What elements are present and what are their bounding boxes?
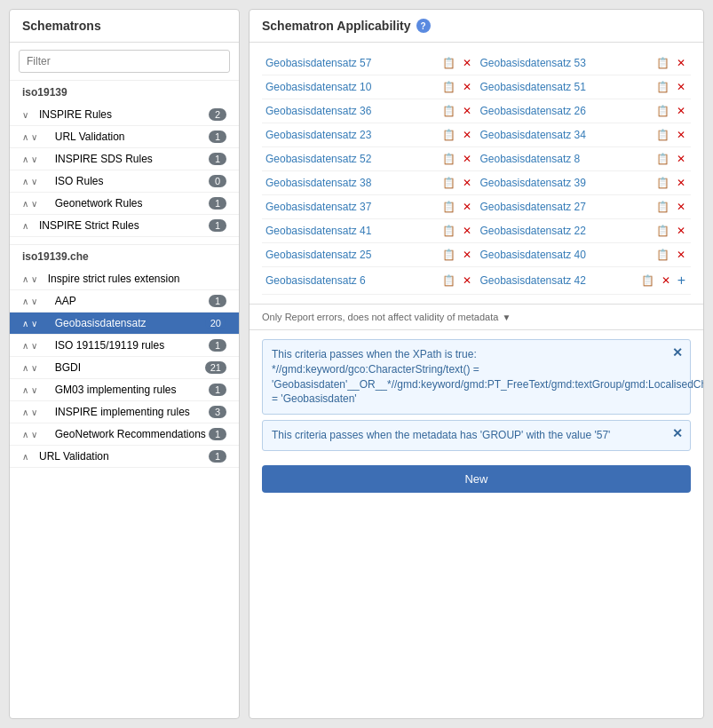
record-link[interactable]: Geobasisdatensatz 42	[480, 274, 636, 287]
sidebar-item-gm03-impl[interactable]: ∧ ∨ GM03 implementing rules 1	[10, 379, 239, 401]
remove-icon[interactable]: ✕	[675, 200, 687, 214]
sidebar-item-geobasisdatensatz[interactable]: ∧ ∨ Geobasisdatensatz 20	[10, 313, 239, 335]
sidebar-item-label: INSPIRE Rules	[39, 108, 209, 121]
remove-icon[interactable]: ✕	[675, 104, 687, 118]
copy-icon[interactable]: 📋	[440, 56, 457, 70]
record-link[interactable]: Geobasisdatensatz 37	[265, 201, 437, 213]
sidebar-item-geonetwork-rec[interactable]: ∧ ∨ GeoNetwork Recommendations 1	[10, 423, 239, 446]
remove-icon[interactable]: ✕	[461, 128, 473, 142]
record-link[interactable]: Geobasisdatensatz 22	[480, 225, 652, 237]
chevron-icon: ∧	[22, 221, 28, 231]
copy-icon[interactable]: 📋	[440, 152, 457, 166]
record-link[interactable]: Geobasisdatensatz 53	[480, 57, 652, 69]
copy-icon[interactable]: 📋	[440, 128, 457, 142]
footer-text: Only Report errors, does not affect vali…	[262, 312, 498, 322]
applicability-footer: Only Report errors, does not affect vali…	[250, 305, 703, 330]
copy-icon[interactable]: 📋	[654, 152, 671, 166]
remove-icon[interactable]: ✕	[660, 272, 672, 289]
record-link[interactable]: Geobasisdatensatz 23	[265, 129, 437, 141]
remove-icon[interactable]: ✕	[461, 104, 473, 118]
applicability-title-text: Schematron Applicability	[262, 19, 411, 33]
sidebar-item-url-val-che[interactable]: ∧ URL Validation 1	[10, 446, 239, 468]
caret-down-icon[interactable]: ▼	[502, 313, 511, 322]
record-link[interactable]: Geobasisdatensatz 25	[265, 249, 437, 261]
sidebar-item-inspire-sds-rules[interactable]: ∧ ∨ INSPIRE SDS Rules 1	[10, 148, 239, 170]
criteria-close-button[interactable]: ✕	[672, 345, 683, 360]
copy-icon[interactable]: 📋	[654, 80, 671, 94]
sidebar-item-url-validation[interactable]: ∧ ∨ URL Validation 1	[10, 126, 239, 148]
sidebar-item-label: Geobasisdatensatz	[55, 317, 205, 329]
badge: 21	[205, 361, 226, 374]
copy-icon[interactable]: 📋	[654, 200, 671, 214]
copy-icon[interactable]: 📋	[654, 56, 671, 70]
remove-icon[interactable]: ✕	[461, 224, 473, 238]
remove-icon[interactable]: ✕	[461, 152, 473, 166]
copy-icon[interactable]: 📋	[440, 104, 457, 118]
help-icon[interactable]: ?	[416, 19, 431, 33]
record-link[interactable]: Geobasisdatensatz 27	[480, 201, 652, 213]
list-item: Geobasisdatensatz 37 📋 ✕	[262, 195, 477, 219]
copy-icon[interactable]: 📋	[654, 224, 671, 238]
remove-icon[interactable]: ✕	[461, 248, 473, 262]
remove-icon[interactable]: ✕	[461, 176, 473, 190]
record-link[interactable]: Geobasisdatensatz 57	[265, 57, 437, 69]
badge: 1	[209, 131, 226, 143]
list-item: Geobasisdatensatz 10 📋 ✕	[262, 75, 477, 99]
copy-icon[interactable]: 📋	[654, 104, 671, 118]
remove-icon[interactable]: ✕	[461, 200, 473, 214]
criteria-close-button[interactable]: ✕	[672, 426, 683, 440]
remove-icon[interactable]: ✕	[461, 80, 473, 94]
chevron-icon: ∧ ∨	[22, 154, 37, 164]
remove-icon[interactable]: ✕	[675, 152, 687, 166]
chevron-icon: ∧	[22, 452, 28, 462]
remove-icon[interactable]: ✕	[461, 56, 473, 70]
sidebar-item-aap[interactable]: ∧ ∨ AAP 1	[10, 290, 239, 313]
chevron-icon: ∧ ∨	[22, 297, 37, 306]
remove-icon[interactable]: ✕	[675, 248, 687, 262]
record-link[interactable]: Geobasisdatensatz 36	[265, 105, 437, 117]
new-button[interactable]: New	[262, 465, 691, 493]
sidebar-item-iso-rules[interactable]: ∧ ∨ ISO Rules 0	[10, 170, 239, 193]
filter-input[interactable]	[19, 50, 230, 73]
record-link[interactable]: Geobasisdatensatz 38	[265, 177, 437, 189]
sidebar-item-iso-19115[interactable]: ∧ ∨ ISO 19115/19119 rules 1	[10, 335, 239, 357]
list-item: Geobasisdatensatz 42 📋 ✕ +	[477, 267, 692, 295]
record-link[interactable]: Geobasisdatensatz 40	[480, 249, 652, 261]
copy-icon[interactable]: 📋	[440, 248, 457, 262]
record-link[interactable]: Geobasisdatensatz 39	[480, 177, 652, 189]
list-item: Geobasisdatensatz 40 📋 ✕	[477, 243, 692, 267]
copy-icon[interactable]: 📋	[440, 176, 457, 190]
remove-icon[interactable]: ✕	[675, 56, 687, 70]
record-link[interactable]: Geobasisdatensatz 34	[480, 129, 652, 141]
record-link[interactable]: Geobasisdatensatz 51	[480, 81, 652, 93]
record-link[interactable]: Geobasisdatensatz 6	[265, 274, 437, 287]
remove-icon[interactable]: ✕	[461, 273, 473, 288]
record-link[interactable]: Geobasisdatensatz 41	[265, 225, 437, 237]
remove-icon[interactable]: ✕	[675, 176, 687, 190]
copy-icon[interactable]: 📋	[440, 224, 457, 238]
sidebar-item-inspire-impl[interactable]: ∧ ∨ INSPIRE implementing rules 3	[10, 401, 239, 423]
copy-icon[interactable]: 📋	[654, 248, 671, 262]
list-item: Geobasisdatensatz 38 📋 ✕	[262, 171, 477, 195]
copy-icon[interactable]: 📋	[639, 272, 656, 289]
sidebar-item-inspire-strict-ext[interactable]: ∧ ∨ Inspire strict rules extension	[10, 268, 239, 290]
record-link[interactable]: Geobasisdatensatz 26	[480, 105, 652, 117]
remove-icon[interactable]: ✕	[675, 128, 687, 142]
record-link[interactable]: Geobasisdatensatz 10	[265, 81, 437, 93]
copy-icon[interactable]: 📋	[654, 128, 671, 142]
sidebar-item-bgdi[interactable]: ∧ ∨ BGDI 21	[10, 357, 239, 379]
record-link[interactable]: Geobasisdatensatz 52	[265, 153, 437, 165]
remove-icon[interactable]: ✕	[675, 224, 687, 238]
copy-icon[interactable]: 📋	[654, 176, 671, 190]
sidebar-item-inspire-rules[interactable]: ∨ INSPIRE Rules 2	[10, 104, 239, 126]
remove-icon[interactable]: ✕	[675, 80, 687, 94]
sidebar-item-inspire-strict-rules[interactable]: ∧ INSPIRE Strict Rules 1	[10, 215, 239, 237]
copy-icon[interactable]: 📋	[440, 80, 457, 94]
copy-icon[interactable]: 📋	[440, 200, 457, 214]
sidebar-item-geonetwork-rules[interactable]: ∧ ∨ Geonetwork Rules 1	[10, 193, 239, 215]
add-record-icon[interactable]: +	[676, 272, 687, 289]
record-link[interactable]: Geobasisdatensatz 8	[480, 153, 652, 165]
sidebar-item-label: GeoNetwork Recommendations	[55, 428, 209, 440]
copy-icon[interactable]: 📋	[440, 273, 457, 288]
chevron-icon: ∧ ∨	[22, 408, 37, 417]
